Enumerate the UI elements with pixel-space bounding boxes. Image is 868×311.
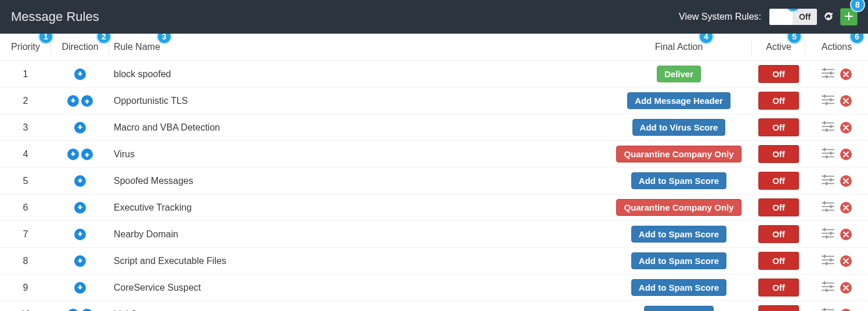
active-toggle[interactable]: Off bbox=[758, 198, 799, 216]
col-header-active[interactable]: Active 5 bbox=[752, 34, 805, 61]
cell-actions bbox=[805, 88, 868, 114]
rule-name: Nearby Domain bbox=[114, 229, 178, 239]
cell-direction bbox=[51, 194, 109, 221]
priority-value: 3 bbox=[23, 122, 28, 132]
active-toggle[interactable]: Off bbox=[758, 252, 799, 270]
rule-name: Macro and VBA Detection bbox=[114, 122, 220, 132]
edit-rule-button[interactable] bbox=[822, 281, 834, 294]
refresh-button[interactable] bbox=[822, 10, 836, 24]
cell-rule-name: Executive Tracking bbox=[109, 194, 606, 221]
col-header-direction[interactable]: Direction 2 bbox=[51, 34, 109, 61]
delete-rule-button[interactable] bbox=[840, 229, 852, 240]
cell-direction bbox=[51, 168, 109, 194]
delete-rule-button[interactable] bbox=[840, 95, 852, 107]
view-system-rules-toggle[interactable]: 7 Off bbox=[769, 9, 817, 25]
cell-direction bbox=[51, 221, 109, 248]
cell-priority: 5 bbox=[0, 168, 51, 194]
rule-name: block spoofed bbox=[114, 69, 171, 79]
final-action-badge[interactable]: Re-write URL bbox=[644, 306, 714, 311]
cell-priority: 2 bbox=[0, 88, 51, 114]
edit-rule-button[interactable] bbox=[822, 255, 834, 267]
col-header-priority[interactable]: Priority 1 bbox=[0, 34, 51, 61]
close-icon bbox=[843, 96, 849, 106]
final-action-badge[interactable]: Add to Spam Score bbox=[631, 279, 726, 296]
col-header-rule-name[interactable]: Rule Name 3 bbox=[109, 34, 606, 61]
cell-direction bbox=[51, 301, 109, 312]
final-action-badge[interactable]: Add to Spam Score bbox=[631, 226, 726, 243]
cell-priority: 3 bbox=[0, 114, 51, 141]
cell-actions bbox=[805, 194, 868, 221]
active-toggle[interactable]: Off bbox=[758, 305, 799, 311]
rules-table: Priority 1 Direction 2 Rule Name 3 Final… bbox=[0, 34, 868, 311]
active-toggle[interactable]: Off bbox=[758, 65, 799, 83]
rule-name: CoreService Suspect bbox=[114, 283, 201, 292]
delete-rule-button[interactable] bbox=[840, 68, 852, 80]
sliders-icon bbox=[822, 204, 834, 214]
active-toggle[interactable]: Off bbox=[758, 225, 799, 243]
priority-value: 7 bbox=[23, 229, 28, 239]
table-row: 1block spoofedDeliverOff bbox=[0, 61, 868, 88]
arrow-down-icon bbox=[67, 309, 79, 312]
cell-priority: 1 bbox=[0, 61, 51, 88]
delete-rule-button[interactable] bbox=[840, 122, 852, 133]
cell-active: Off bbox=[752, 221, 805, 248]
cell-active: Off bbox=[752, 248, 805, 274]
delete-rule-button[interactable] bbox=[840, 282, 852, 294]
cell-priority: 6 bbox=[0, 194, 51, 221]
delete-rule-button[interactable] bbox=[840, 202, 852, 214]
cell-final-action: Add Message Header bbox=[606, 88, 752, 114]
cell-active: Off bbox=[752, 61, 805, 88]
cell-direction bbox=[51, 141, 109, 168]
cell-rule-name: Script and Executable Files bbox=[109, 248, 606, 274]
cell-active: Off bbox=[752, 114, 805, 141]
sliders-icon bbox=[822, 70, 834, 80]
table-row: 10LinkScanRe-write URLOff bbox=[0, 301, 868, 312]
delete-rule-button[interactable] bbox=[840, 175, 852, 187]
close-icon bbox=[843, 202, 849, 213]
cell-rule-name: LinkScan bbox=[109, 301, 606, 312]
col-header-actions[interactable]: Actions 6 bbox=[805, 34, 868, 61]
delete-rule-button[interactable] bbox=[840, 149, 852, 160]
rule-name: Script and Executable Files bbox=[114, 256, 226, 266]
cell-rule-name: block spoofed bbox=[109, 61, 606, 88]
edit-rule-button[interactable] bbox=[822, 148, 834, 161]
edit-rule-button[interactable] bbox=[822, 201, 834, 214]
rule-name: Virus bbox=[114, 149, 135, 159]
delete-rule-button[interactable] bbox=[840, 309, 852, 312]
cell-rule-name: Spoofed Messages bbox=[109, 168, 606, 194]
arrow-down-icon bbox=[74, 229, 86, 240]
priority-value: 10 bbox=[20, 309, 31, 312]
cell-actions bbox=[805, 114, 868, 141]
edit-rule-button[interactable] bbox=[822, 175, 834, 187]
edit-rule-button[interactable] bbox=[822, 308, 834, 312]
delete-rule-button[interactable] bbox=[840, 255, 852, 267]
final-action-badge[interactable]: Add Message Header bbox=[627, 92, 730, 109]
active-toggle[interactable]: Off bbox=[758, 145, 799, 163]
edit-rule-button[interactable] bbox=[822, 95, 834, 107]
final-action-badge[interactable]: Quarantine Company Only bbox=[616, 199, 741, 216]
active-toggle[interactable]: Off bbox=[758, 92, 799, 110]
add-rule-button[interactable]: 8 bbox=[840, 8, 858, 26]
arrow-down-icon bbox=[67, 149, 79, 160]
close-icon bbox=[843, 176, 849, 186]
edit-rule-button[interactable] bbox=[822, 68, 834, 81]
edit-rule-button[interactable] bbox=[822, 121, 834, 134]
view-system-rules-label: View System Rules: bbox=[679, 12, 761, 22]
header-bar: Message Rules View System Rules: 7 Off 8 bbox=[0, 0, 868, 34]
col-header-final-action[interactable]: Final Action 4 bbox=[606, 34, 752, 61]
sliders-icon bbox=[822, 230, 834, 240]
cell-final-action: Quarantine Company Only bbox=[606, 141, 752, 168]
rule-name: Opportunistic TLS bbox=[114, 96, 188, 106]
final-action-badge[interactable]: Deliver bbox=[657, 66, 701, 82]
cell-actions bbox=[805, 274, 868, 301]
final-action-badge[interactable]: Add to Spam Score bbox=[631, 252, 726, 269]
final-action-badge[interactable]: Quarantine Company Only bbox=[616, 146, 741, 162]
active-toggle[interactable]: Off bbox=[758, 279, 799, 296]
plus-icon bbox=[844, 12, 853, 23]
final-action-badge[interactable]: Add to Virus Score bbox=[632, 119, 726, 136]
active-toggle[interactable]: Off bbox=[758, 172, 799, 190]
table-row: 5Spoofed MessagesAdd to Spam ScoreOff bbox=[0, 168, 868, 194]
edit-rule-button[interactable] bbox=[822, 228, 834, 241]
final-action-badge[interactable]: Add to Spam Score bbox=[631, 172, 726, 189]
active-toggle[interactable]: Off bbox=[758, 118, 799, 136]
